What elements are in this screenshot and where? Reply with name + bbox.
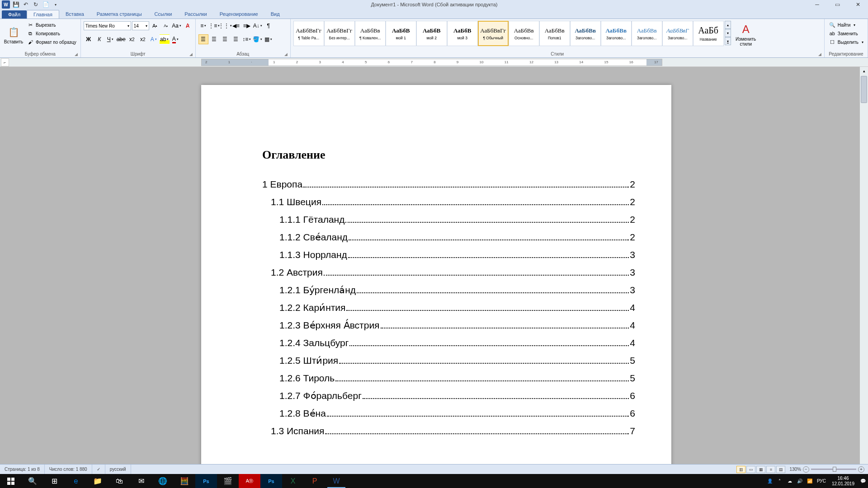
sort-button[interactable]: A↓: [253, 21, 263, 31]
clear-format-button[interactable]: A̷: [183, 21, 193, 31]
tab-file[interactable]: Файл: [2, 10, 27, 19]
tab-ссылки[interactable]: Ссылки: [148, 10, 179, 19]
status-words[interactable]: Число слов: 1 880: [45, 465, 92, 474]
strike-button[interactable]: abe: [116, 34, 126, 44]
style-expand[interactable]: ▾̲: [725, 37, 731, 45]
style-scroll-down[interactable]: ▾: [725, 29, 731, 37]
tray-notifications-icon[interactable]: 💬: [858, 474, 868, 488]
save-icon[interactable]: 💾: [12, 0, 20, 9]
new-doc-icon[interactable]: 📄: [42, 0, 50, 9]
style-item-1[interactable]: АаБбВвГгБез интер...: [324, 21, 355, 46]
zoom-level[interactable]: 130%: [789, 467, 801, 472]
style-item-9[interactable]: АаБбВвЗаголово...: [570, 21, 601, 46]
style-item-11[interactable]: АаБбВвЗаголово...: [632, 21, 662, 46]
taskbar-store[interactable]: 🛍: [108, 474, 130, 488]
view-draft[interactable]: ▤: [776, 466, 785, 473]
copy-button[interactable]: ⧉Копировать: [25, 29, 78, 38]
tray-onedrive-icon[interactable]: ☁: [785, 474, 795, 488]
tray-people-icon[interactable]: 👤: [765, 474, 775, 488]
view-full-screen[interactable]: ▭: [746, 466, 755, 473]
highlight-button[interactable]: ab: [160, 34, 170, 44]
superscript-button[interactable]: x2: [138, 34, 148, 44]
outdent-button[interactable]: ◀≡: [231, 21, 241, 31]
align-left-button[interactable]: ☰: [198, 34, 208, 44]
taskbar-edge[interactable]: e: [65, 474, 87, 488]
start-button[interactable]: [0, 474, 22, 488]
taskbar-explorer[interactable]: 📁: [87, 474, 108, 488]
style-item-0[interactable]: АаБбВвГг¶ Table Pa...: [293, 21, 324, 46]
tray-wifi-icon[interactable]: 📶: [805, 474, 815, 488]
numbering-button[interactable]: ⋮≡: [209, 21, 219, 31]
status-page[interactable]: Страница: 1 из 8: [0, 465, 45, 474]
view-outline[interactable]: ≡: [766, 466, 775, 473]
status-language[interactable]: русский: [105, 465, 131, 474]
style-item-4[interactable]: АаБбВмой 2: [416, 21, 447, 46]
italic-button[interactable]: К: [94, 34, 104, 44]
style-item-2[interactable]: АаБбВв¶ Ковален...: [355, 21, 386, 46]
zoom-in-button[interactable]: +: [858, 466, 864, 473]
undo-icon[interactable]: ↶: [22, 0, 30, 9]
align-right-button[interactable]: ☰: [220, 34, 230, 44]
maximize-button[interactable]: ▭: [827, 0, 848, 9]
taskbar-excel[interactable]: X: [282, 474, 304, 488]
tab-рассылки[interactable]: Рассылки: [178, 10, 213, 19]
tab-главная[interactable]: Главная: [27, 10, 59, 19]
style-item-3[interactable]: АаБбВмой 1: [386, 21, 416, 46]
style-item-10[interactable]: АаБбВвЗаголово...: [601, 21, 632, 46]
font-size-select[interactable]: 14▾: [132, 21, 149, 30]
taskbar-ps2[interactable]: Ps: [260, 474, 282, 488]
tab-selector-button[interactable]: ⌐: [1, 58, 9, 66]
zoom-out-button[interactable]: −: [803, 466, 809, 473]
tray-lang[interactable]: РУС: [815, 474, 828, 488]
select-button[interactable]: ☐Выделить▾: [827, 38, 865, 46]
redo-icon[interactable]: ↻: [32, 0, 40, 9]
expand-styles-icon[interactable]: ◢: [818, 52, 821, 56]
tray-clock[interactable]: 16:46 12.01.2019: [828, 476, 858, 487]
borders-button[interactable]: ▦: [264, 34, 274, 44]
change-styles-button[interactable]: A Изменить стили: [732, 21, 760, 48]
align-center-button[interactable]: ☰: [209, 34, 219, 44]
view-print-layout[interactable]: ▥: [736, 466, 745, 473]
indent-button[interactable]: ≡▶: [242, 21, 252, 31]
style-item-7[interactable]: АаБбВвОсновно...: [509, 21, 539, 46]
tab-рецензирование[interactable]: Рецензирование: [213, 10, 264, 19]
taskbar-chrome[interactable]: 🌐: [152, 474, 174, 488]
underline-button[interactable]: Ч: [105, 34, 115, 44]
horizontal-ruler[interactable]: 21·1234567891011121314151617: [201, 59, 662, 66]
font-name-select[interactable]: Times New Ro▾: [84, 21, 131, 30]
shading-button[interactable]: 🪣: [253, 34, 263, 44]
shrink-font-button[interactable]: A▾: [161, 21, 171, 31]
scroll-up-icon[interactable]: ▴: [860, 67, 868, 75]
scroll-thumb[interactable]: [861, 76, 867, 103]
text-effects-button[interactable]: A: [149, 34, 159, 44]
expand-font-icon[interactable]: ◢: [189, 52, 193, 56]
taskbar-word[interactable]: W: [326, 474, 347, 488]
zoom-slider[interactable]: [811, 469, 856, 470]
taskbar-search[interactable]: 🔍: [22, 474, 43, 488]
subscript-button[interactable]: x2: [127, 34, 137, 44]
paste-button[interactable]: 📋 Вставить: [3, 21, 24, 48]
style-item-13[interactable]: АаБбНазвание: [693, 21, 724, 46]
multilevel-button[interactable]: ⋮⋮: [220, 21, 230, 31]
close-button[interactable]: ✕: [848, 0, 868, 9]
bullets-button[interactable]: ≡: [198, 21, 208, 31]
taskbar-movies[interactable]: 🎬: [217, 474, 239, 488]
vertical-scrollbar[interactable]: ▴ ▾: [860, 67, 868, 477]
taskbar-ps1[interactable]: Ps: [195, 474, 217, 488]
bold-button[interactable]: Ж: [84, 34, 94, 44]
taskbar-powerpoint[interactable]: P: [304, 474, 326, 488]
tray-network-icon[interactable]: 🔊: [795, 474, 805, 488]
tray-chevron-icon[interactable]: ˄: [775, 474, 785, 488]
view-web[interactable]: ▦: [756, 466, 765, 473]
grow-font-button[interactable]: A▴: [150, 21, 160, 31]
minimize-button[interactable]: ─: [807, 0, 827, 9]
expand-paragraph-icon[interactable]: ◢: [284, 52, 288, 56]
replace-button[interactable]: abЗаменить: [827, 29, 865, 38]
taskbar-finereader[interactable]: AⓇ: [239, 474, 260, 488]
justify-button[interactable]: ☰: [231, 34, 241, 44]
style-scroll-up[interactable]: ▴: [725, 21, 731, 29]
style-item-8[interactable]: АаБбВвПопов1: [539, 21, 570, 46]
cut-button[interactable]: ✂Вырезать: [25, 21, 78, 29]
taskbar-mail[interactable]: ✉: [130, 474, 152, 488]
expand-clipboard-icon[interactable]: ◢: [75, 52, 78, 56]
